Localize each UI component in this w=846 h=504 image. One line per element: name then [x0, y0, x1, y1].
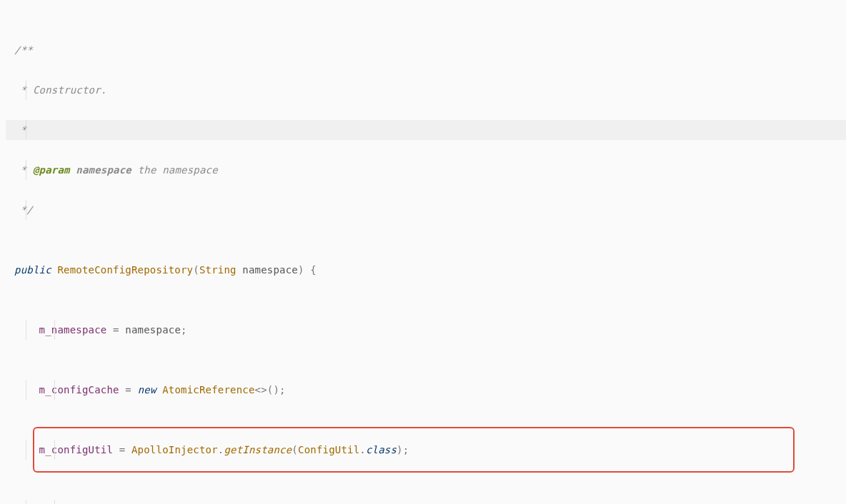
- assign-namespace: m_namespace = namespace;: [6, 320, 846, 340]
- method-signature: public RemoteConfigRepository(String nam…: [6, 260, 846, 280]
- doc-blank: *: [6, 120, 846, 140]
- doc-param: * @param namespace the namespace: [6, 160, 846, 180]
- doc-close: */: [6, 200, 846, 220]
- assign-configcache: m_configCache = new AtomicReference<>();: [6, 380, 846, 400]
- assign-httputil: m_httpUtil = ApolloInjector.getInstance(…: [6, 500, 846, 504]
- assign-configutil: m_configUtil = ApolloInjector.getInstanc…: [6, 440, 846, 460]
- doc-open: /**: [6, 40, 846, 60]
- code-editor: /** * Constructor. * * @param namespace …: [0, 0, 846, 504]
- doc-line: * Constructor.: [6, 80, 846, 100]
